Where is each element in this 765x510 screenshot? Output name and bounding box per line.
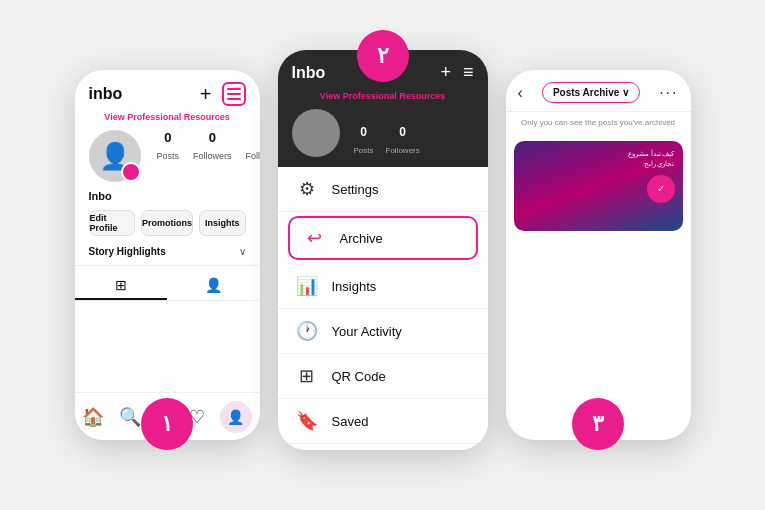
story-highlights: Story Highlights ∨ <box>75 246 260 266</box>
avatar-icon: 👤 <box>99 141 131 172</box>
phone-2-wrap: ۲ Inbo + ≡ View Professional Resources 0… <box>278 40 488 450</box>
search-icon[interactable]: 🔍 <box>119 406 141 428</box>
step-2-circle: ۲ <box>357 30 409 82</box>
step-3-label: ۳ <box>592 411 604 437</box>
promotions-button[interactable]: Promotions <box>141 210 193 236</box>
tab-tagged[interactable]: 👤 <box>167 272 260 300</box>
stat-following-label: Following <box>246 151 260 161</box>
phone3-subtitle: Only you can see the posts you've archiv… <box>506 112 691 133</box>
insights-label: Insights <box>332 279 377 294</box>
image-badge: ✓ <box>647 175 675 203</box>
phone2-menu-icon[interactable]: ≡ <box>463 62 474 83</box>
menu-button[interactable] <box>222 82 246 106</box>
archive-label: Archive <box>340 231 383 246</box>
plus-icon[interactable]: + <box>200 83 212 106</box>
phone1-action-buttons: Edit Profile Promotions Insights <box>75 210 260 236</box>
stat-posts-label: Posts <box>157 151 180 161</box>
saved-icon: 🔖 <box>296 410 318 432</box>
posts-archive-button[interactable]: Posts Archive ∨ <box>542 82 640 103</box>
menu-item-archive[interactable]: ↩ Archive <box>288 216 478 260</box>
insights-icon: 📊 <box>296 275 318 297</box>
home-icon[interactable]: 🏠 <box>82 406 104 428</box>
phone1-stats-row: 0 Posts 0 Followers 0 Following <box>157 130 260 163</box>
phone2-profile-row: 0 Posts 0 Followers <box>278 109 488 167</box>
phone1-prof-resources[interactable]: View Professional Resources <box>75 112 260 122</box>
phone3-header: ‹ Posts Archive ∨ ··· <box>506 70 691 112</box>
menu-item-insights[interactable]: 📊 Insights <box>278 264 488 309</box>
stat-followers-num: 0 <box>193 130 232 145</box>
saved-label: Saved <box>332 414 369 429</box>
image-text-2: تجاري رابح <box>644 159 675 169</box>
phone1-name: Inbo <box>75 190 260 202</box>
story-highlights-label: Story Highlights <box>89 246 166 257</box>
edit-profile-button[interactable]: Edit Profile <box>89 210 136 236</box>
phone2-stat-posts: 0 Posts <box>354 125 374 157</box>
stat-posts-num: 0 <box>157 130 180 145</box>
activity-label: Your Activity <box>332 324 402 339</box>
phone1-stats: 👤 0 Posts 0 Followers 0 Following <box>75 130 260 182</box>
stat-followers: 0 Followers <box>193 130 232 163</box>
step-1-label: ۱ <box>161 411 173 437</box>
menu-item-saved[interactable]: 🔖 Saved <box>278 399 488 444</box>
phone1-avatar: 👤 <box>89 130 141 182</box>
menu-item-close-friends[interactable]: ≡ Close Friends <box>278 444 488 450</box>
more-options-icon[interactable]: ··· <box>659 84 678 102</box>
menu-item-activity[interactable]: 🕐 Your Activity <box>278 309 488 354</box>
phone1-username: inbo <box>89 85 123 103</box>
phone2-icons: + ≡ <box>440 62 473 83</box>
stat-following-num: 0 <box>246 130 260 145</box>
phone-1: inbo + View Professional Resources 👤 <box>75 70 260 440</box>
activity-icon: 🕐 <box>296 320 318 342</box>
tab-grid[interactable]: ⊞ <box>75 272 168 300</box>
phone1-tabs: ⊞ 👤 <box>75 272 260 301</box>
menu-item-settings[interactable]: ⚙ Settings <box>278 167 488 212</box>
qr-label: QR Code <box>332 369 386 384</box>
phone-3: ‹ Posts Archive ∨ ··· Only you can see t… <box>506 70 691 440</box>
phone3-content: كيف تبدأ مشروع تجاري رابح ✓ <box>506 133 691 239</box>
profile-icon[interactable]: 👤 <box>220 401 252 433</box>
phone-2: Inbo + ≡ View Professional Resources 0 P… <box>278 50 488 450</box>
back-icon[interactable]: ‹ <box>518 84 523 102</box>
menu-item-qr[interactable]: ⊞ QR Code <box>278 354 488 399</box>
stat-following: 0 Following <box>246 130 260 163</box>
archived-post-inner: كيف تبدأ مشروع تجاري رابح ✓ <box>514 141 683 231</box>
phone-1-wrap: inbo + View Professional Resources 👤 <box>75 70 260 440</box>
posts-archive-label: Posts Archive ∨ <box>553 87 629 98</box>
settings-icon: ⚙ <box>296 178 318 200</box>
phone-3-wrap: ‹ Posts Archive ∨ ··· Only you can see t… <box>506 70 691 440</box>
step-3-circle: ۳ <box>572 398 624 450</box>
scene: inbo + View Professional Resources 👤 <box>0 0 765 510</box>
archived-post-image: كيف تبدأ مشروع تجاري رابح ✓ <box>514 141 683 231</box>
menu-line-1 <box>227 88 241 90</box>
phone1-header: inbo + <box>75 70 260 112</box>
insights-button[interactable]: Insights <box>199 210 246 236</box>
phone2-username: Inbo <box>292 64 326 82</box>
qr-icon: ⊞ <box>296 365 318 387</box>
phone2-prof-resources[interactable]: View Professional Resources <box>278 91 488 109</box>
phone2-avatar <box>292 109 340 157</box>
phone2-menu-list: ⚙ Settings ↩ Archive 📊 Insights 🕐 Your A… <box>278 167 488 450</box>
chevron-down-icon[interactable]: ∨ <box>239 246 246 257</box>
phone1-icons: + <box>200 82 246 106</box>
phone2-plus-icon[interactable]: + <box>440 62 451 83</box>
settings-label: Settings <box>332 182 379 197</box>
phone2-stat-followers: 0 Followers <box>386 125 420 157</box>
step-2-label: ۲ <box>377 43 389 69</box>
person-tag-icon: 👤 <box>205 277 222 293</box>
image-text-1: كيف تبدأ مشروع <box>628 149 675 159</box>
menu-line-3 <box>227 98 241 100</box>
stat-followers-label: Followers <box>193 151 232 161</box>
menu-line-2 <box>227 93 241 95</box>
stat-posts: 0 Posts <box>157 130 180 163</box>
archive-icon: ↩ <box>304 227 326 249</box>
grid-icon: ⊞ <box>115 277 127 293</box>
phone2-stats: 0 Posts 0 Followers <box>354 125 420 157</box>
step-1-circle: ۱ <box>141 398 193 450</box>
